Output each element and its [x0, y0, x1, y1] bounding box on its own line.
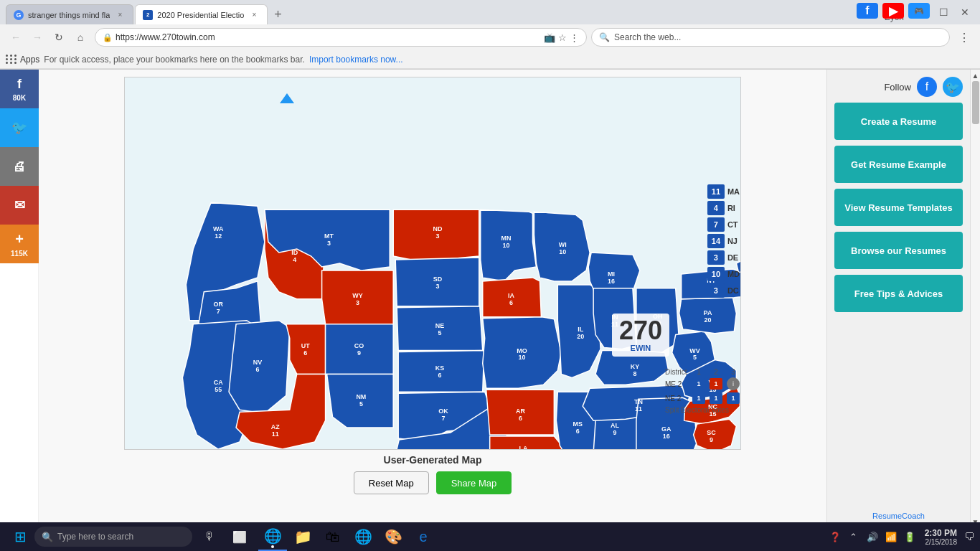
vertical-scrollbar: ▲ ▼	[970, 70, 980, 527]
svg-text:5: 5	[359, 400, 363, 408]
taskbar-apps: 🌐 📁 🛍 🌐 🎨 e	[258, 522, 438, 551]
notification-icon[interactable]: 🗨	[964, 531, 974, 542]
scroll-up-button[interactable]: ▲	[971, 70, 980, 81]
ev-row-nj: 14 NJ	[707, 234, 740, 248]
clock-date: 2/15/2018	[925, 538, 957, 546]
tray-up-arrow-icon[interactable]: ⌃	[846, 529, 862, 545]
reload-button[interactable]: ↻	[49, 27, 69, 47]
create-resume-button[interactable]: Create a Resume	[834, 103, 963, 140]
scroll-thumb[interactable]	[972, 81, 979, 124]
close-button[interactable]: ✕	[956, 6, 974, 19]
tray-help-icon[interactable]: ❓	[827, 529, 843, 545]
svg-text:16: 16	[608, 278, 615, 285]
right-panel: Follow f 🐦 Create a Resume Get Resume Ex…	[826, 70, 970, 527]
ev-row-ma: 11 MA	[707, 184, 740, 199]
dt-header-3: 3	[727, 368, 740, 376]
get-resume-example-button[interactable]: Get Resume Example	[834, 146, 963, 183]
electoral-map[interactable]: WA 12 OR 7 CA 55 ID 4 MT 3 WY 3 NV 6 UT …	[124, 77, 741, 450]
taskbar-search-placeholder: Type here to search	[57, 532, 133, 542]
forward-button[interactable]: →	[27, 27, 47, 47]
search-box[interactable]: 🔍 Search the web...	[591, 28, 950, 47]
svg-text:55: 55	[215, 386, 222, 393]
ev-row-ri: 4 RI	[707, 201, 740, 215]
svg-text:3: 3	[327, 240, 331, 247]
svg-text:LA: LA	[519, 445, 528, 450]
apps-button[interactable]: Apps	[6, 55, 39, 65]
taskbar-paint-app[interactable]: 🎨	[379, 522, 407, 551]
resume-coach-link[interactable]: ResumeCoach	[834, 512, 963, 520]
tray-wifi-icon[interactable]: 📶	[883, 529, 899, 545]
system-clock[interactable]: 2:30 PM 2/15/2018	[925, 528, 957, 546]
taskbar-right: ❓ ⌃ 🔊 📶 🔋 2:30 PM 2/15/2018 🗨	[827, 528, 974, 546]
taskbar-taskview-button[interactable]: ⬜	[225, 522, 254, 551]
share-map-button[interactable]: Share Map	[436, 471, 512, 494]
taskbar-store-app[interactable]: 🛍	[319, 522, 347, 551]
address-bar[interactable]: 🔒 https://www.270towin.com 📺 ☆ ⋮	[95, 28, 587, 47]
tab-2-close[interactable]: ×	[248, 9, 260, 21]
explorer-icon: 📁	[294, 528, 312, 545]
add-share-button[interactable]: + 115K	[0, 225, 39, 263]
svg-text:ND: ND	[433, 225, 443, 232]
view-resume-templates-button[interactable]: View Resume Templates	[834, 189, 963, 226]
taskbar-ie-app[interactable]: e	[409, 522, 438, 551]
ev-box-dc: 3	[707, 283, 725, 298]
dt-ne2-d3: 1	[727, 392, 740, 404]
svg-text:6: 6	[576, 428, 580, 435]
facebook-ext-icon[interactable]: f	[857, 3, 878, 19]
dt-me2-d2: 1	[710, 378, 722, 390]
svg-text:AL: AL	[611, 422, 619, 429]
maximize-button[interactable]: ☐	[934, 6, 953, 19]
game-ext-icon[interactable]: 🎮	[908, 3, 930, 19]
tab-1-title: stranger things mind fla	[28, 11, 110, 19]
ev-label-ri: RI	[727, 204, 735, 212]
free-tips-button[interactable]: Free Tips & Advices	[834, 275, 963, 312]
browse-resumes-button[interactable]: Browse our Resumes	[834, 232, 963, 269]
bookmarks-bar: Apps For quick access, place your bookma…	[0, 50, 980, 69]
start-button[interactable]: ⊞	[6, 522, 34, 551]
tab-2[interactable]: 2 2020 Presidential Electio ×	[135, 4, 268, 24]
tray-battery-icon[interactable]: 🔋	[902, 529, 918, 545]
follow-twitter-button[interactable]: 🐦	[943, 77, 963, 97]
reset-map-button[interactable]: Reset Map	[354, 471, 429, 494]
tab-1-close[interactable]: ×	[114, 9, 126, 21]
taskbar-microphone-button[interactable]: 🎙	[195, 522, 224, 551]
youtube-ext-icon[interactable]: ▶	[882, 3, 904, 19]
ev-label-ct: CT	[727, 220, 738, 229]
follow-facebook-button[interactable]: f	[917, 77, 937, 97]
map-area: WA 12 OR 7 CA 55 ID 4 MT 3 WY 3 NV 6 UT …	[39, 70, 826, 527]
search-icon: 🔍	[599, 32, 610, 42]
email-share-button[interactable]: ✉	[0, 186, 39, 225]
svg-text:WV: WV	[689, 347, 699, 354]
dt-me2-info[interactable]: i	[727, 377, 740, 390]
twitter-share-button[interactable]: 🐦	[0, 108, 39, 147]
import-bookmarks-link[interactable]: Import bookmarks now...	[309, 55, 403, 65]
ev-label-de: DE	[727, 253, 738, 262]
svg-text:OR: OR	[213, 301, 223, 308]
ev-box-de: 3	[707, 250, 725, 265]
taskbar: ⊞ 🔍 Type here to search 🎙 ⬜ 🌐 📁 🛍 🌐	[0, 522, 980, 551]
facebook-icon: f	[17, 77, 22, 92]
home-button[interactable]: ⌂	[70, 27, 90, 47]
taskbar-chrome-app[interactable]: 🌐	[258, 522, 287, 551]
ev-sidebar: 11 MA 4 RI 7 CT 14 NJ 3 DE	[707, 184, 740, 298]
taskbar-explorer-app[interactable]: 📁	[288, 522, 317, 551]
new-tab-button[interactable]: +	[268, 4, 288, 24]
bookmark-icon[interactable]: ☆	[558, 32, 567, 43]
svg-text:7: 7	[441, 415, 445, 422]
facebook-share-button[interactable]: f 80K	[0, 70, 39, 108]
taskbar-chrome2-app[interactable]: 🌐	[349, 522, 377, 551]
tab-1[interactable]: G stranger things mind fla ×	[6, 4, 133, 24]
print-button[interactable]: 🖨	[0, 147, 39, 186]
tray-speaker-icon[interactable]: 🔊	[864, 529, 880, 545]
taskbar-search-box[interactable]: 🔍 Type here to search	[34, 527, 192, 547]
svg-text:9: 9	[613, 429, 617, 436]
back-button[interactable]: ←	[6, 27, 26, 47]
svg-text:KS: KS	[435, 364, 444, 372]
menu-icon[interactable]: ⋮	[570, 32, 579, 43]
svg-text:NE: NE	[435, 322, 444, 329]
svg-text:KY: KY	[631, 363, 639, 370]
win-badge: 270 EWIN	[612, 314, 669, 357]
external-icon-buttons: f ▶ 🎮	[857, 3, 930, 19]
svg-text:9: 9	[357, 349, 361, 357]
settings-button[interactable]: ⋮	[954, 27, 974, 47]
